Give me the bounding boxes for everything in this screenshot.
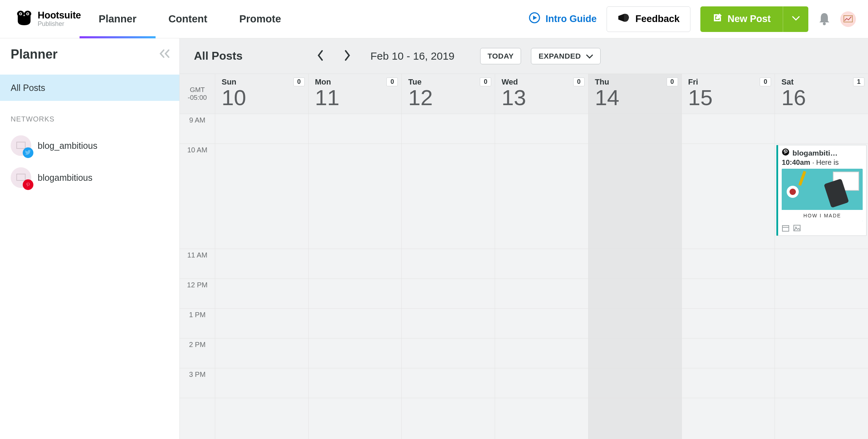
- new-post-dropdown[interactable]: [783, 6, 808, 32]
- analytics-icon[interactable]: [840, 11, 856, 27]
- post-excerpt: Here is: [816, 158, 839, 166]
- calendar-cell[interactable]: [309, 338, 402, 368]
- brand-title: Hootsuite: [38, 10, 81, 21]
- calendar-cell[interactable]: [682, 249, 775, 279]
- calendar-cell[interactable]: [215, 279, 308, 309]
- sidebar-item-all-posts[interactable]: All Posts: [0, 75, 179, 101]
- post-separator: ·: [810, 158, 816, 166]
- calendar-cell[interactable]: [309, 144, 402, 249]
- calendar-cell[interactable]: [215, 114, 308, 144]
- calendar-cell[interactable]: [402, 338, 495, 368]
- day-number: 10: [222, 87, 302, 109]
- calendar-cell[interactable]: [402, 368, 495, 398]
- feedback-button[interactable]: Feedback: [607, 6, 691, 32]
- calendar-small-icon: [782, 224, 790, 233]
- calendar-cell[interactable]: [402, 309, 495, 338]
- scheduled-post-card[interactable]: blogambiti… 10:40am · Here is HOW I MADE: [776, 145, 867, 236]
- calendar-cell[interactable]: [495, 338, 588, 368]
- calendar-cell[interactable]: [495, 144, 588, 249]
- view-mode-dropdown[interactable]: EXPANDED: [531, 48, 600, 64]
- calendar-cell[interactable]: [588, 279, 682, 309]
- collapse-sidebar-icon[interactable]: [159, 49, 171, 60]
- calendar-cell[interactable]: [775, 279, 868, 309]
- calendar-cell[interactable]: [682, 338, 775, 368]
- calendar-cell[interactable]: [588, 249, 682, 279]
- calendar-cell[interactable]: [588, 368, 682, 398]
- calendar-cell[interactable]: [402, 144, 495, 249]
- calendar-cell[interactable]: [215, 249, 308, 279]
- svg-rect-9: [17, 142, 25, 148]
- calendar-main: All Posts Feb 10 - 16, 2019 TODAY EXPAND…: [180, 38, 868, 439]
- calendar-cell[interactable]: [682, 309, 775, 338]
- calendar-cell[interactable]: [309, 279, 402, 309]
- next-week-icon[interactable]: [343, 49, 351, 63]
- calendar-cell[interactable]: [402, 114, 495, 144]
- day-post-count: 1: [853, 77, 864, 86]
- calendar-cell[interactable]: [682, 114, 775, 144]
- calendar-cell[interactable]: [402, 249, 495, 279]
- network-account-twitter[interactable]: blog_ambitious: [0, 130, 179, 162]
- network-account-name: blog_ambitious: [38, 141, 97, 151]
- calendar-cell[interactable]: [309, 249, 402, 279]
- day-header[interactable]: 0 Fri 15: [682, 74, 775, 114]
- network-account-pinterest[interactable]: blogambitious: [0, 162, 179, 194]
- new-post-button[interactable]: New Post: [700, 6, 783, 32]
- calendar-cell[interactable]: [775, 338, 868, 368]
- day-post-count: 0: [480, 77, 491, 86]
- calendar-cell[interactable]: [588, 144, 682, 249]
- calendar-cell[interactable]: [495, 309, 588, 338]
- calendar-cell[interactable]: [215, 338, 308, 368]
- calendar-cell[interactable]: [495, 368, 588, 398]
- day-column: [682, 114, 775, 439]
- day-header[interactable]: 1 Sat 16: [775, 74, 868, 114]
- calendar-cell[interactable]: [495, 279, 588, 309]
- calendar-cell[interactable]: blogambiti… 10:40am · Here is HOW I MADE: [775, 144, 868, 249]
- prev-week-icon[interactable]: [316, 49, 324, 63]
- day-column: [402, 114, 495, 439]
- notifications-bell-icon[interactable]: [818, 12, 830, 27]
- day-header[interactable]: 0 Thu 14: [588, 74, 682, 114]
- calendar-cell[interactable]: [588, 309, 682, 338]
- day-number: 16: [781, 87, 862, 109]
- calendar-cell[interactable]: [775, 114, 868, 144]
- calendar-cell[interactable]: [309, 309, 402, 338]
- day-header[interactable]: 0 Tue 12: [402, 74, 495, 114]
- calendar-cell[interactable]: [775, 309, 868, 338]
- calendar-cell[interactable]: [775, 249, 868, 279]
- day-column: [309, 114, 402, 439]
- calendar-cell[interactable]: [309, 114, 402, 144]
- svg-rect-13: [782, 226, 789, 231]
- calendar-cell[interactable]: [588, 114, 682, 144]
- day-column: blogambiti… 10:40am · Here is HOW I MADE: [775, 114, 868, 439]
- today-button[interactable]: TODAY: [480, 48, 521, 64]
- avatar: [11, 167, 31, 188]
- calendar-cell[interactable]: [215, 368, 308, 398]
- calendar-cell[interactable]: [775, 368, 868, 398]
- calendar-cell[interactable]: [495, 114, 588, 144]
- tab-planner[interactable]: Planner: [97, 0, 139, 38]
- day-header[interactable]: 0 Wed 13: [495, 74, 588, 114]
- calendar-cell[interactable]: [215, 309, 308, 338]
- day-header[interactable]: 0 Mon 11: [309, 74, 402, 114]
- hour-label: 3 PM: [180, 368, 215, 398]
- tab-promote[interactable]: Promote: [237, 0, 283, 38]
- calendar-cell[interactable]: [588, 338, 682, 368]
- hour-label: 12 PM: [180, 279, 215, 309]
- calendar-body: 9 AM10 AM11 AM12 PM1 PM2 PM3 PM blogambi…: [180, 114, 868, 439]
- chevron-down-icon: [586, 52, 593, 60]
- tab-content[interactable]: Content: [166, 0, 210, 38]
- calendar-cell[interactable]: [215, 144, 308, 249]
- calendar-cell[interactable]: [402, 279, 495, 309]
- day-header[interactable]: 0 Sun 10: [215, 74, 309, 114]
- day-post-count: 0: [760, 77, 771, 86]
- avatar: [11, 135, 31, 156]
- intro-guide-link[interactable]: Intro Guide: [528, 12, 597, 26]
- today-label: TODAY: [488, 52, 514, 60]
- calendar-cell[interactable]: [682, 279, 775, 309]
- calendar-cell[interactable]: [495, 249, 588, 279]
- calendar-cell[interactable]: [682, 144, 775, 249]
- hour-label: 11 AM: [180, 249, 215, 279]
- calendar-cell[interactable]: [309, 368, 402, 398]
- post-thumbnail: HOW I MADE: [782, 169, 863, 221]
- calendar-cell[interactable]: [682, 368, 775, 398]
